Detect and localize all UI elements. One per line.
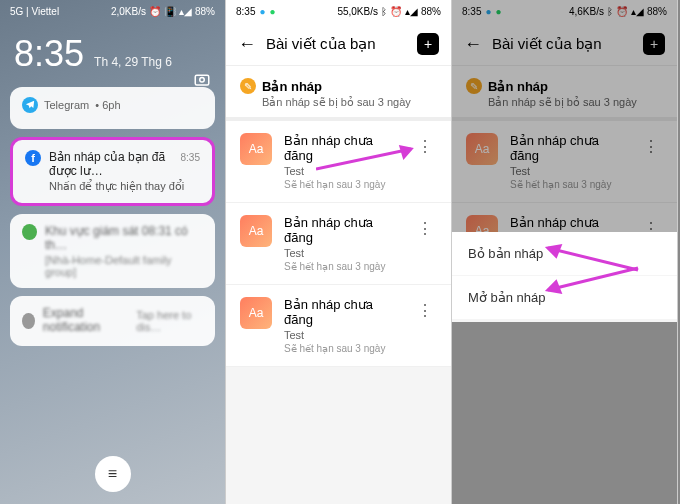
draft-badge-icon: ✎	[240, 78, 256, 94]
notif-title: Bản nháp của bạn đã được lư…	[49, 150, 181, 178]
draft-content: Test	[284, 247, 401, 259]
open-label: Mở bản nháp	[468, 290, 545, 305]
vibrate-icon: 📳	[164, 6, 176, 17]
draft-content: Test	[284, 165, 401, 177]
phone-drafts-context-menu: 8:35 ● ● 4,6KB/s ᛒ ⏰ ▴◢ 88% ← Bài viết c…	[452, 0, 678, 504]
battery-label: 88%	[421, 6, 441, 17]
speed-label: 55,0KB/s	[337, 6, 378, 17]
draft-title: Bản nháp chưa đăng	[284, 215, 401, 245]
notif-title: Expand notification	[43, 306, 124, 334]
text-post-icon: Aa	[240, 133, 272, 165]
annotation-arrow	[538, 240, 648, 280]
notif-title: Khu vực giám sát 08:31 có th…	[45, 224, 203, 252]
notification-telegram[interactable]: Telegram • 6ph	[10, 87, 215, 129]
draft-title: Bản nháp chưa đăng	[284, 297, 401, 327]
app-header: ← Bài viết của bạn +	[226, 23, 451, 66]
draft-item[interactable]: Aa Bản nháp chưa đăng Test Sẽ hết hạn sa…	[226, 121, 451, 203]
carrier-label: 5G | Viettel	[10, 6, 59, 17]
draft-expiry: Sẽ hết hạn sau 3 ngày	[284, 261, 401, 272]
text-post-icon: Aa	[240, 297, 272, 329]
notif-timestamp: 8:35	[181, 152, 200, 163]
svg-marker-5	[548, 246, 560, 256]
status-bar: 5G | Viettel 2,0KB/s ⏰ 📳 ▴◢ 88%	[0, 0, 225, 23]
phone-lockscreen: 5G | Viettel 2,0KB/s ⏰ 📳 ▴◢ 88% 8:35 Th …	[0, 0, 226, 504]
draft-menu-button[interactable]: ⋮	[413, 133, 437, 160]
svg-point-1	[200, 78, 205, 83]
notif-app-name: Telegram	[44, 99, 89, 111]
clock-row: 8:35 Th 4, 29 Thg 6	[0, 23, 225, 79]
notif-subtitle: [Nhà-Home-Default family group]	[45, 254, 203, 278]
svg-rect-0	[195, 75, 209, 85]
speed-label: 2,0KB/s	[111, 6, 146, 17]
home-button[interactable]: ≡	[95, 456, 131, 492]
bluetooth-icon: ᛒ	[381, 6, 387, 17]
svg-line-4	[548, 248, 638, 270]
draft-expiry: Sẽ hết hạn sau 3 ngày	[284, 179, 401, 190]
draft-section-note: Bản nháp sẽ bị bỏ sau 3 ngày	[262, 96, 437, 109]
camera-shortcut[interactable]	[193, 70, 211, 92]
notif-subtitle: Tap here to dis…	[136, 309, 203, 333]
new-post-button[interactable]: +	[417, 33, 439, 55]
discard-label: Bỏ bản nháp	[468, 246, 543, 261]
notif-subtitle: Nhấn để thực hiện thay đổi	[49, 180, 200, 193]
empty-area	[452, 322, 677, 504]
telegram-status-icon: ●	[259, 6, 265, 17]
alarm-icon: ⏰	[149, 6, 161, 17]
generic-app-icon	[22, 313, 35, 329]
draft-menu-button[interactable]: ⋮	[413, 215, 437, 242]
notification-facebook-draft[interactable]: f Bản nháp của bạn đã được lư… 8:35 Nhấn…	[10, 137, 215, 206]
draft-title: Bản nháp chưa đăng	[284, 133, 401, 163]
clock-date: Th 4, 29 Thg 6	[94, 55, 172, 69]
alarm-icon: ⏰	[390, 6, 402, 17]
menu-icon: ≡	[108, 465, 117, 483]
signal-icon: ▴◢	[405, 6, 418, 17]
draft-expiry: Sẽ hết hạn sau 3 ngày	[284, 343, 401, 354]
back-button[interactable]: ←	[238, 34, 256, 55]
open-draft-option[interactable]: Mở bản nháp	[452, 276, 677, 320]
status-bar: 8:35 ● ● 55,0KB/s ᛒ ⏰ ▴◢ 88%	[226, 0, 451, 23]
discard-draft-option[interactable]: Bỏ bản nháp	[452, 232, 677, 276]
draft-menu-button[interactable]: ⋮	[413, 297, 437, 324]
notif-time: • 6ph	[95, 99, 120, 111]
camera-app-icon	[22, 224, 37, 240]
svg-marker-7	[548, 282, 560, 292]
notification-camera-zone[interactable]: Khu vực giám sát 08:31 có th… [Nhà-Home-…	[10, 214, 215, 288]
draft-section-title: Bản nháp	[262, 79, 322, 94]
draft-item[interactable]: Aa Bản nháp chưa đăng Test Sẽ hết hạn sa…	[226, 203, 451, 285]
context-menu: Bỏ bản nháp Mở bản nháp	[452, 232, 677, 320]
draft-content: Test	[284, 329, 401, 341]
notification-expand[interactable]: Expand notification Tap here to dis…	[10, 296, 215, 346]
phone-drafts-list: 8:35 ● ● 55,0KB/s ᛒ ⏰ ▴◢ 88% ← Bài viết …	[226, 0, 452, 504]
battery-label: 88%	[195, 6, 215, 17]
clock-time: 8:35	[14, 33, 84, 75]
signal-icon: ▴◢	[179, 6, 192, 17]
text-post-icon: Aa	[240, 215, 272, 247]
draft-section-header: ✎ Bản nháp Bản nháp sẽ bị bỏ sau 3 ngày	[226, 66, 451, 121]
telegram-icon	[22, 97, 38, 113]
draft-item[interactable]: Aa Bản nháp chưa đăng Test Sẽ hết hạn sa…	[226, 285, 451, 367]
page-title: Bài viết của bạn	[266, 35, 407, 53]
svg-marker-3	[401, 147, 411, 157]
facebook-icon: f	[25, 150, 41, 166]
whatsapp-status-icon: ●	[270, 6, 276, 17]
status-time: 8:35	[236, 6, 255, 17]
